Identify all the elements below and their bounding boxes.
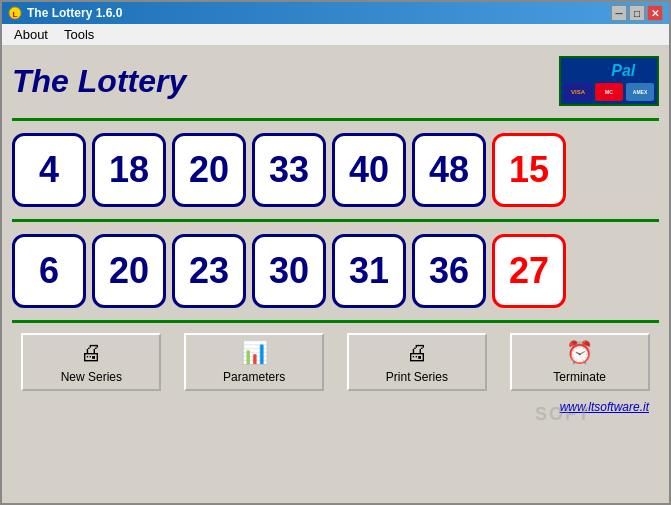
parameters-icon: 📊 (241, 340, 268, 366)
ball-r1-1: 4 (12, 133, 86, 207)
footer: www.ltsoftware.it (12, 397, 659, 419)
mastercard-icon: MC (595, 83, 623, 101)
top-divider (12, 118, 659, 121)
app-title: The Lottery (12, 63, 186, 100)
number-row-2: 6 20 23 30 31 36 27 (12, 226, 659, 316)
parameters-label: Parameters (223, 370, 285, 384)
ball-r1-bonus: 15 (492, 133, 566, 207)
new-series-icon: 🖨 (80, 340, 102, 366)
ball-r1-6: 48 (412, 133, 486, 207)
bottom-divider (12, 320, 659, 323)
ball-r1-2: 18 (92, 133, 166, 207)
svg-text:L: L (13, 10, 18, 19)
menu-bar: About Tools (2, 24, 669, 46)
terminate-button[interactable]: ⏰ Terminate (510, 333, 650, 391)
main-content: The Lottery PayPal VISA MC AMEX 4 18 20 … (2, 46, 669, 503)
middle-divider (12, 219, 659, 222)
window-title: The Lottery 1.6.0 (27, 6, 122, 20)
ball-r2-2: 20 (92, 234, 166, 308)
ball-r2-1: 6 (12, 234, 86, 308)
ball-r2-4: 30 (252, 234, 326, 308)
ball-r1-4: 33 (252, 133, 326, 207)
ball-r2-6: 36 (412, 234, 486, 308)
title-bar: L The Lottery 1.6.0 ─ □ ✕ (2, 2, 669, 24)
menu-about[interactable]: About (6, 25, 56, 44)
card-icons: VISA MC AMEX (564, 83, 654, 101)
ball-r2-5: 31 (332, 234, 406, 308)
terminate-label: Terminate (553, 370, 606, 384)
website-link[interactable]: www.ltsoftware.it (560, 400, 649, 414)
menu-tools[interactable]: Tools (56, 25, 102, 44)
parameters-button[interactable]: 📊 Parameters (184, 333, 324, 391)
terminate-icon: ⏰ (566, 340, 593, 366)
amex-icon: AMEX (626, 83, 654, 101)
ball-r2-3: 23 (172, 234, 246, 308)
ball-r2-bonus: 27 (492, 234, 566, 308)
paypal-badge[interactable]: PayPal VISA MC AMEX (559, 56, 659, 106)
action-buttons: 🖨 New Series 📊 Parameters 🖨 Print Series… (12, 327, 659, 397)
window-controls: ─ □ ✕ (611, 5, 663, 21)
print-series-button[interactable]: 🖨 Print Series (347, 333, 487, 391)
app-icon: L (8, 6, 22, 20)
print-series-label: Print Series (386, 370, 448, 384)
close-button[interactable]: ✕ (647, 5, 663, 21)
new-series-button[interactable]: 🖨 New Series (21, 333, 161, 391)
main-window: L The Lottery 1.6.0 ─ □ ✕ About Tools Th… (0, 0, 671, 505)
visa-icon: VISA (564, 83, 592, 101)
print-series-icon: 🖨 (406, 340, 428, 366)
maximize-button[interactable]: □ (629, 5, 645, 21)
ball-r1-5: 40 (332, 133, 406, 207)
header-section: The Lottery PayPal VISA MC AMEX (12, 56, 659, 106)
ball-r1-3: 20 (172, 133, 246, 207)
new-series-label: New Series (61, 370, 122, 384)
number-row-1: 4 18 20 33 40 48 15 (12, 125, 659, 215)
minimize-button[interactable]: ─ (611, 5, 627, 21)
